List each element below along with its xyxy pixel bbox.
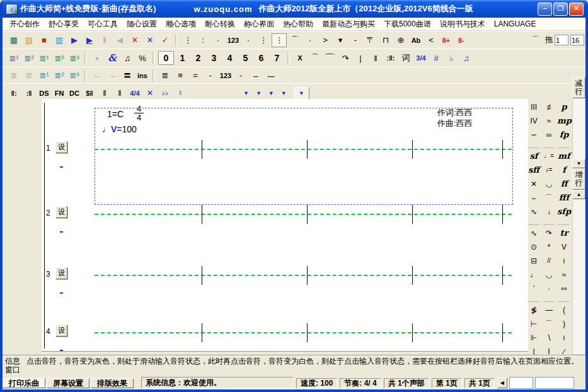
palette-symbol[interactable]: ⊟ bbox=[527, 254, 541, 268]
flat-icon[interactable]: ♭ bbox=[444, 52, 458, 64]
dynamic-ff[interactable]: ff bbox=[557, 177, 571, 191]
ds-button[interactable]: DS bbox=[37, 87, 51, 100]
percent-icon[interactable]: % bbox=[135, 52, 149, 64]
sharp-icon[interactable]: # bbox=[429, 52, 443, 64]
slur-large-icon[interactable]: ⌒ bbox=[318, 52, 342, 64]
x-note-button[interactable]: X bbox=[293, 52, 307, 64]
dynamic-mf[interactable]: mf bbox=[557, 149, 571, 163]
dynamic-sfp[interactable]: sfp bbox=[557, 205, 571, 219]
system-settings-button[interactable]: 设 bbox=[55, 206, 67, 218]
bar-b-icon[interactable]: ‖ bbox=[113, 87, 127, 100]
repeat-close-icon[interactable]: :‖ bbox=[22, 87, 36, 100]
palette-symbol[interactable]: ≈ bbox=[542, 114, 556, 128]
harmonic-icon[interactable]: ⊕ bbox=[394, 34, 408, 47]
menu-item[interactable]: 顺心选项 bbox=[161, 19, 200, 30]
menu-item[interactable]: 舒心享受 bbox=[44, 19, 83, 30]
dropdown-1[interactable]: ▼ bbox=[243, 90, 249, 96]
tab-screen-settings[interactable]: 屏幕设置 bbox=[47, 378, 89, 388]
sharp-ornament-icon[interactable]: ♯ bbox=[542, 100, 556, 114]
palette-symbol[interactable]: ⊙ bbox=[527, 240, 541, 254]
stop-icon[interactable]: ■ bbox=[37, 34, 51, 47]
staff-1-icon[interactable]: ≣¹ bbox=[37, 69, 51, 82]
voice-green-2-icon[interactable]: ≣² bbox=[52, 52, 66, 64]
palette-symbol[interactable]: · bbox=[542, 282, 556, 296]
dynamic-p[interactable]: p bbox=[557, 100, 571, 114]
score-system[interactable]: 2 设 bbox=[95, 204, 512, 225]
forward-arrow-icon[interactable]: → bbox=[105, 69, 119, 82]
menu-item[interactable]: 下载5000曲谱 bbox=[379, 19, 435, 30]
palette-symbol[interactable]: ✕ bbox=[527, 177, 541, 191]
num-0-button[interactable]: 0 bbox=[158, 51, 174, 65]
dynamic-mp[interactable]: mp bbox=[557, 114, 571, 128]
underline-0-icon[interactable]: - bbox=[204, 69, 217, 82]
bar-a-icon[interactable]: ‖ bbox=[98, 87, 112, 100]
crescendo-icon[interactable]: < bbox=[424, 34, 438, 47]
palette-symbol[interactable]: ∾ bbox=[557, 282, 571, 296]
tab-print-music[interactable]: 打印乐曲 bbox=[3, 378, 45, 388]
palette-symbol[interactable]: ∿ bbox=[527, 205, 541, 219]
dynamic-f[interactable]: f bbox=[557, 163, 571, 177]
dropdown-2[interactable]: ▼ bbox=[256, 90, 262, 96]
palette-symbol[interactable]: ↓ bbox=[542, 205, 556, 219]
step-back-icon[interactable]: ◀ bbox=[113, 34, 127, 47]
palette-symbol[interactable]: ◡ bbox=[542, 268, 556, 282]
system-settings-button[interactable]: 设 bbox=[55, 325, 67, 337]
dash-2-icon[interactable]: -- bbox=[249, 69, 263, 82]
menu-item[interactable]: 随心设置 bbox=[122, 19, 161, 30]
palette-symbol[interactable]: ⊩ bbox=[527, 331, 541, 345]
underline-3-icon[interactable]: ≣ bbox=[158, 69, 172, 82]
eighth-notes-icon[interactable]: ♫ bbox=[120, 52, 134, 64]
natural-icon[interactable]: ♮ bbox=[173, 87, 187, 100]
menu-item[interactable]: 耐心转换 bbox=[200, 19, 239, 30]
tempo-quarter-icon[interactable]: ♩= bbox=[542, 149, 556, 163]
staff-disabled-1-icon[interactable]: ≣ bbox=[7, 69, 21, 82]
voice-green-3-icon[interactable]: ≣³ bbox=[67, 52, 81, 64]
remove-row-button[interactable]: 减行 bbox=[572, 77, 585, 98]
page-number-input[interactable] bbox=[509, 377, 533, 389]
play-icon[interactable]: ▶ bbox=[67, 34, 81, 47]
staff-disabled-2-icon[interactable]: ≣ bbox=[22, 69, 36, 82]
tuplet-button[interactable]: 123 bbox=[219, 69, 233, 82]
menu-item[interactable]: 称心界面 bbox=[239, 19, 279, 30]
palette-symbol[interactable]: ≈ bbox=[557, 268, 571, 282]
dash-3-icon[interactable]: --- bbox=[264, 69, 278, 82]
dot-small-icon[interactable]: · bbox=[241, 34, 255, 47]
palette-symbol[interactable]: ◡ bbox=[542, 177, 556, 191]
tie-icon[interactable]: ⌒ bbox=[288, 34, 302, 47]
staff-3-icon[interactable]: ≣³ bbox=[67, 69, 81, 82]
dot-icon[interactable]: · bbox=[211, 34, 225, 47]
bracket-icon[interactable]: ⊓ bbox=[379, 34, 393, 47]
title-bar[interactable]: ♪ 作曲大师简+线免费版-新曲(存盘取名) w.zuoqu.com 作曲大师20… bbox=[3, 0, 585, 18]
up-bow-icon[interactable]: V bbox=[557, 240, 571, 254]
num-5-button[interactable]: 5 bbox=[238, 52, 253, 64]
cut-time-icon[interactable]: ✕ bbox=[143, 87, 157, 100]
delete-note-icon[interactable]: ✕ bbox=[128, 34, 142, 47]
palette-symbol[interactable]: — bbox=[542, 303, 556, 317]
menu-item[interactable]: 最新动态与购买 bbox=[318, 19, 379, 30]
palette-symbol[interactable]: ↷ bbox=[542, 226, 556, 240]
palette-scroll-track-lower[interactable] bbox=[572, 199, 585, 355]
drag-value-1-input[interactable] bbox=[555, 35, 568, 45]
num-1-button[interactable]: 1 bbox=[175, 52, 190, 64]
status-extra-input[interactable] bbox=[535, 377, 574, 389]
staff-2-icon[interactable]: ≣² bbox=[52, 69, 66, 82]
fermata-icon[interactable]: 〒 bbox=[364, 34, 378, 47]
palette-symbol[interactable]: ≀ bbox=[557, 331, 571, 345]
palette-symbol[interactable]: ∞ bbox=[542, 128, 556, 142]
tie-drag-icon[interactable]: ⌒ bbox=[529, 34, 543, 47]
dropdown-4[interactable]: ▼ bbox=[281, 90, 287, 96]
maximize-button[interactable]: ❐ bbox=[553, 3, 568, 16]
num-4-button[interactable]: 4 bbox=[222, 52, 237, 64]
num-2-button[interactable]: 2 bbox=[191, 52, 205, 64]
dotted-note-3-icon[interactable]: ⋮ bbox=[181, 34, 195, 47]
palette-symbol[interactable]: ⌒ bbox=[542, 191, 556, 205]
system-settings-button[interactable]: 设 bbox=[55, 141, 67, 153]
palette-symbol[interactable]: ≀ bbox=[557, 254, 571, 268]
underline-2-icon[interactable]: ≡ bbox=[173, 69, 187, 82]
voice-blue-2-icon[interactable]: ≣² bbox=[22, 52, 36, 64]
system-settings-button[interactable]: 设 bbox=[55, 267, 67, 279]
num-7-button[interactable]: 7 bbox=[270, 52, 284, 64]
accent-icon[interactable]: > bbox=[318, 34, 332, 47]
score-system[interactable]: 4 设 bbox=[95, 322, 512, 343]
marcato-icon[interactable]: ▾ bbox=[333, 34, 347, 47]
